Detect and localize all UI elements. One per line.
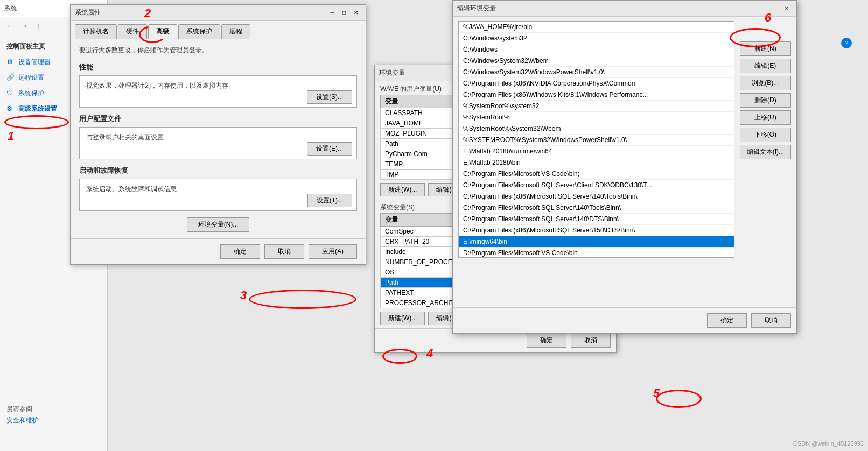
edit-env-dialog: 编辑环境变量 ✕ %JAVA_HOME%\jre\binC:\Windows\s… [452, 0, 797, 334]
env-vars-button[interactable]: 环境变量(N)... [187, 217, 250, 232]
shield-icon: 🛡 [6, 89, 15, 98]
path-entry-item[interactable]: %SystemRoot%\System32\Wbem [459, 123, 734, 135]
user-profile-title: 用户配置文件 [79, 114, 357, 124]
editenv-action-button[interactable]: 浏览(B)... [740, 76, 791, 90]
forward-button[interactable]: → [18, 20, 30, 32]
path-entry-item[interactable]: C:\Program Files\Microsoft SQL Server\Cl… [459, 180, 734, 191]
user-profile-settings-button[interactable]: 设置(E)... [307, 142, 352, 156]
minimize-button[interactable]: ─ [327, 8, 338, 18]
tab-advanced[interactable]: 高级 [148, 24, 177, 39]
env-vars-btn-wrap: 环境变量(N)... [79, 217, 357, 232]
security-link[interactable]: 安全和维护 [6, 416, 101, 425]
startup-settings-button[interactable]: 设置(T)... [307, 194, 352, 207]
sysprop-footer: 确定 取消 应用(A) [71, 238, 366, 264]
csdn-watermark: CSDN @weixin_45125993 [793, 440, 864, 447]
annotation-3: 3 [240, 288, 247, 302]
circle-edit-btn [656, 390, 702, 408]
path-entry-item[interactable]: C:\Program Files\Microsoft SQL Server\14… [459, 214, 734, 225]
maximize-button[interactable]: □ [339, 8, 349, 18]
perf-section: 视觉效果，处理器计划，内存使用，以及虚拟内存 设置(S)... [79, 75, 357, 108]
envvars-cancel-button[interactable]: 取消 [571, 333, 611, 348]
sys-new-button[interactable]: 新建(W)... [380, 312, 425, 325]
path-entry-item[interactable]: C:\Program Files (x86)\Microsoft SQL Ser… [459, 225, 734, 236]
sysprop-tab-content: 要进行大多数更改，你必须作为管理员登录。 性能 视觉效果，处理器计划，内存使用，… [71, 39, 366, 238]
path-entry-item[interactable]: E:\Matlab 2018b\runtime\win64 [459, 146, 734, 157]
path-entry-item[interactable]: C:\Program Files\Microsoft SQL Server\14… [459, 202, 734, 214]
sidebar-item-label: 设备管理器 [18, 58, 51, 67]
sysprop-window-controls: ─ □ ✕ [327, 8, 361, 18]
close-button[interactable]: ✕ [351, 8, 361, 18]
path-entry-item[interactable]: C:\Program Files (x86)\Microsoft SQL Ser… [459, 191, 734, 202]
editenv-window-controls: ✕ [781, 3, 792, 14]
path-entry-item[interactable]: C:\Program Files (x86)\Windows Kits\8.1\… [459, 89, 734, 101]
sidebar-item-label: 系统保护 [18, 89, 44, 98]
envvars-title: 环境变量 [379, 68, 405, 77]
remote-icon: 🔗 [6, 74, 15, 82]
path-entry-item[interactable]: C:\Windows\system32 [459, 33, 734, 44]
startup-title: 启动和故障恢复 [79, 166, 357, 175]
envvars-ok-button[interactable]: 确定 [527, 333, 566, 348]
path-entry-item[interactable]: %SYSTEMROOT%\System32\WindowsPowerShell\… [459, 135, 734, 146]
path-entry-item[interactable]: %JAVA_HOME%\jre\bin [459, 22, 734, 33]
sysprop-title-bar: 系统属性 ─ □ ✕ [71, 5, 366, 21]
perf-section-title: 性能 [79, 62, 357, 72]
editenv-ok-button[interactable]: 确定 [707, 313, 747, 328]
path-entry-item[interactable]: %SystemRoot%\system32 [459, 101, 734, 112]
sysprop-ok-button[interactable]: 确定 [220, 244, 260, 259]
path-entry-item[interactable]: C:\Program Files (x86)\NVIDIA Corporatio… [459, 78, 734, 89]
path-entry-item[interactable]: C:\Windows\System32\Wbem [459, 55, 734, 67]
path-entry-item[interactable]: C:\Program Files\Microsoft VS Code\bin; [459, 168, 734, 180]
editenv-title: 编辑环境变量 [457, 4, 496, 13]
path-entries-list[interactable]: %JAVA_HOME%\jre\binC:\Windows\system32C:… [458, 21, 734, 258]
path-entry-item[interactable]: E:\Matlab 2018b\bin [459, 157, 734, 168]
advanced-icon: ⚙ [6, 105, 15, 114]
user-profile-text: 与登录帐户相关的桌面设置 [86, 133, 164, 141]
editenv-action-button[interactable]: 新建(N) [740, 41, 791, 56]
perf-settings-button[interactable]: 设置(S)... [307, 90, 352, 104]
editenv-right-buttons: 新建(N)编辑(E)浏览(B)...删除(D)上移(U)下移(O)编辑文本(I)… [740, 41, 791, 159]
tab-remote[interactable]: 远程 [221, 24, 250, 39]
sidebar-item-label: 高级系统设置 [18, 104, 57, 114]
editenv-action-button[interactable]: 下移(O) [740, 128, 791, 142]
user-new-button[interactable]: 新建(W)... [380, 183, 425, 196]
tab-sysprotect[interactable]: 系统保护 [178, 24, 220, 39]
startup-text: 系统启动、系统故障和调试信息 [86, 185, 177, 193]
editenv-close-button[interactable]: ✕ [781, 3, 792, 14]
sys-notice: 要进行大多数更改，你必须作为管理员登录。 [79, 46, 357, 55]
editenv-action-button[interactable]: 编辑文本(I)... [740, 145, 791, 159]
device-icon: 🖥 [6, 58, 15, 67]
path-entry-item[interactable]: E:\mingw64\bin [459, 236, 734, 248]
sysprop-apply-button[interactable]: 应用(A) [309, 244, 357, 259]
editenv-footer: 确定 取消 [453, 307, 796, 333]
path-entry-item[interactable]: D:\Program Files\Microsoft VS Code\bin [459, 248, 734, 258]
back-button[interactable]: ← [4, 20, 16, 32]
editenv-title-bar: 编辑环境变量 ✕ [453, 1, 796, 17]
user-profile-section: 与登录帐户相关的桌面设置 设置(E)... [79, 127, 357, 159]
sysprop-title: 系统属性 [75, 8, 101, 17]
editenv-action-button[interactable]: 上移(U) [740, 110, 791, 125]
cp-footer: 另请参阅 安全和维护 [0, 400, 108, 429]
editenv-cancel-button[interactable]: 取消 [751, 313, 791, 328]
editenv-action-button[interactable]: 编辑(E) [740, 59, 791, 73]
circle-env-vars-btn [249, 290, 356, 309]
up-button[interactable]: ↑ [32, 20, 44, 32]
startup-section: 系统启动、系统故障和调试信息 设置(T)... [79, 179, 357, 211]
sidebar-item-label: 远程设置 [18, 73, 44, 82]
annotation-5: 5 [653, 386, 660, 400]
help-button[interactable]: ? [841, 38, 852, 48]
sysprop-tabs: 计算机名 硬件 高级 系统保护 远程 [71, 21, 366, 39]
tab-hardware[interactable]: 硬件 [118, 24, 147, 39]
cp-title: 系统 [4, 4, 17, 13]
system-properties-window: 系统属性 ─ □ ✕ 计算机名 硬件 高级 系统保护 远程 要进行大多数更改，你… [70, 4, 366, 265]
sysprop-cancel-button[interactable]: 取消 [264, 244, 304, 259]
tab-computername[interactable]: 计算机名 [75, 24, 117, 39]
path-entry-item[interactable]: C:\Windows\System32\WindowsPowerShell\v1… [459, 67, 734, 78]
editenv-action-button[interactable]: 删除(D) [740, 93, 791, 108]
cp-footer-title: 另请参阅 [6, 405, 101, 414]
path-entry-item[interactable]: C:\Windows [459, 44, 734, 55]
path-entry-item[interactable]: %SystemRoot% [459, 112, 734, 123]
perf-section-text: 视觉效果，处理器计划，内存使用，以及虚拟内存 [86, 82, 228, 89]
